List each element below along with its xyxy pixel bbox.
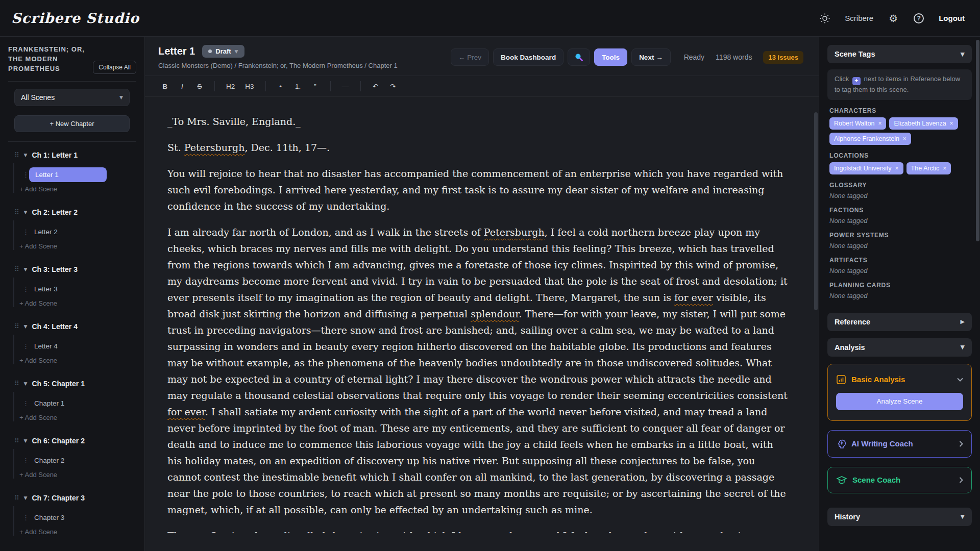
chevron-right-icon	[959, 441, 963, 447]
drag-handle-icon[interactable]: ⠿	[14, 380, 19, 387]
chapter-header[interactable]: ⠿▼Ch 7: Chapter 3	[8, 494, 136, 502]
tag-pill[interactable]: Alphonse Frankenstein×	[829, 133, 911, 145]
chapter-header[interactable]: ⠿▼Ch 2: Letter 2	[8, 208, 136, 216]
scene-tags-section-header[interactable]: Scene Tags ▼	[827, 45, 972, 63]
add-scene-button[interactable]: + Add Scene	[14, 239, 136, 250]
chevron-down-icon: ▼	[24, 324, 28, 329]
scene-item[interactable]: ⋮Chapter 2	[14, 453, 136, 468]
theme-toggle-icon[interactable]	[819, 13, 830, 24]
reference-section-header[interactable]: Reference ▶	[827, 313, 972, 331]
scene-item[interactable]: ⋮Letter 1	[14, 167, 136, 182]
sidebar-scrollbar[interactable]	[976, 40, 979, 241]
heading3-button[interactable]: H3	[241, 81, 258, 92]
horizontal-rule-button[interactable]: —	[338, 81, 353, 92]
chapter-header[interactable]: ⠿▼Ch 1: Letter 1	[8, 151, 136, 159]
redo-button[interactable]: ↷	[385, 80, 401, 92]
book-dashboard-button[interactable]: Book Dashboard	[493, 48, 564, 66]
remove-tag-icon[interactable]: ×	[950, 120, 953, 127]
drag-handle-icon[interactable]: ⠿	[14, 494, 19, 501]
collapse-all-button[interactable]: Collapse All	[93, 61, 136, 74]
chevron-down-icon: ▼	[24, 381, 28, 386]
add-scene-button[interactable]: + Add Scene	[14, 296, 136, 307]
drag-handle-icon[interactable]: ⋮	[22, 171, 29, 179]
ordered-list-button[interactable]: 1.	[290, 81, 306, 92]
search-button[interactable]	[568, 48, 590, 66]
chapter-header[interactable]: ⠿▼Ch 3: Letter 3	[8, 265, 136, 273]
tag-group-label: CHARACTERS	[829, 107, 972, 114]
tag-pill[interactable]: The Arctic×	[906, 162, 951, 174]
ai-writing-coach-card[interactable]: AI Writing Coach	[827, 430, 972, 458]
drag-handle-icon[interactable]: ⠿	[14, 209, 19, 215]
scene-item[interactable]: ⋮Chapter 1	[14, 396, 136, 411]
workspace-menu[interactable]: Scribere	[845, 14, 873, 22]
analysis-section-header[interactable]: Analysis ▼	[827, 338, 972, 357]
scene-filter-select[interactable]: All Scenes ▼	[14, 89, 130, 106]
undo-button[interactable]: ↶	[368, 80, 383, 92]
editor-panel: Letter 1 Draft ▼ Classic Monsters (Demo)…	[144, 37, 819, 551]
text-segment: I am already far north of London, and as…	[167, 227, 484, 238]
divider	[8, 141, 136, 142]
tag-pill[interactable]: Elizabeth Lavenza×	[889, 117, 958, 130]
chapter-block: ⠿▼Ch 1: Letter 1⋮Letter 1+ Add Scene	[8, 151, 136, 193]
italic-button[interactable]: I	[175, 81, 190, 92]
drag-handle-icon[interactable]: ⋮	[22, 457, 29, 464]
chapter-header[interactable]: ⠿▼Ch 4: Letter 4	[8, 322, 136, 331]
remove-tag-icon[interactable]: ×	[895, 165, 899, 172]
scene-item[interactable]: ⋮Letter 4	[14, 339, 136, 354]
scene-item[interactable]: ⋮Letter 2	[14, 224, 136, 239]
logout-button[interactable]: Logout	[939, 14, 965, 22]
chapter-header[interactable]: ⠿▼Ch 5: Chapter 1	[8, 380, 136, 388]
add-scene-button[interactable]: + Add Scene	[14, 525, 136, 536]
editor-content[interactable]: _To Mrs. Saville, England._St. Petersbur…	[145, 97, 819, 533]
settings-gear-icon[interactable]: ⚙	[888, 13, 899, 24]
tag-group-label: PLANNING CARDS	[829, 282, 972, 289]
editor-scrollbar[interactable]	[814, 112, 818, 310]
remove-tag-icon[interactable]: ×	[903, 135, 906, 142]
add-scene-button[interactable]: + Add Scene	[14, 182, 136, 193]
basic-analysis-toggle[interactable]: Basic Analysis	[836, 374, 963, 385]
add-scene-button[interactable]: + Add Scene	[14, 468, 136, 479]
top-header: Scribere Studio Scribere ⚙ ? Logout	[0, 0, 980, 37]
app-logo: Scribere Studio	[11, 10, 139, 26]
scene-item[interactable]: ⋮Chapter 3	[14, 510, 136, 525]
toolbar-divider	[214, 81, 215, 91]
history-section-header[interactable]: History ▼	[827, 508, 972, 526]
spellcheck-flagged-word: for ever	[674, 292, 713, 303]
drag-handle-icon[interactable]: ⠿	[14, 323, 19, 330]
text-segment: You will rejoice to hear that no disaste…	[167, 168, 783, 212]
bullet-list-button[interactable]: •	[273, 81, 288, 92]
drag-handle-icon[interactable]: ⠿	[14, 152, 19, 158]
drag-handle-icon[interactable]: ⋮	[22, 514, 29, 521]
drag-handle-icon[interactable]: ⠿	[14, 266, 19, 272]
heading2-button[interactable]: H2	[222, 81, 239, 92]
issues-badge[interactable]: 13 issues	[763, 51, 803, 64]
next-scene-button[interactable]: Next →	[631, 48, 671, 66]
editor-paragraph: These reflections have dispelled the agi…	[167, 528, 790, 533]
help-icon[interactable]: ?	[913, 13, 924, 24]
blockquote-button[interactable]: ”	[308, 81, 323, 92]
drag-handle-icon[interactable]: ⋮	[22, 285, 29, 293]
remove-tag-icon[interactable]: ×	[943, 165, 946, 172]
tag-pill[interactable]: Ingolstadt University×	[829, 162, 903, 174]
strikethrough-button[interactable]: S	[192, 81, 207, 92]
bold-button[interactable]: B	[157, 81, 173, 92]
chapter-header[interactable]: ⠿▼Ch 6: Chapter 2	[8, 437, 136, 445]
drag-handle-icon[interactable]: ⋮	[22, 342, 29, 350]
new-chapter-button[interactable]: + New Chapter	[14, 115, 130, 132]
drag-handle-icon[interactable]: ⠿	[14, 437, 19, 444]
tag-pill[interactable]: Robert Walton×	[829, 117, 886, 130]
add-scene-button[interactable]: + Add Scene	[14, 354, 136, 364]
analyze-scene-button[interactable]: Analyze Scene	[836, 393, 963, 410]
prev-scene-button[interactable]: ← Prev	[451, 48, 489, 66]
add-scene-button[interactable]: + Add Scene	[14, 411, 136, 421]
drag-handle-icon[interactable]: ⋮	[22, 399, 29, 407]
tools-button[interactable]: Tools	[594, 48, 627, 66]
scene-coach-card[interactable]: Scene Coach	[827, 467, 972, 493]
text-segment: St.	[167, 142, 184, 153]
scene-item[interactable]: ⋮Letter 3	[14, 282, 136, 296]
remove-tag-icon[interactable]: ×	[878, 120, 881, 127]
status-badge-dropdown[interactable]: Draft ▼	[202, 45, 244, 58]
tag-label: Elizabeth Lavenza	[894, 120, 946, 127]
scene-tags-hint: Click + next to items in Reference below…	[827, 69, 972, 100]
drag-handle-icon[interactable]: ⋮	[22, 228, 29, 236]
